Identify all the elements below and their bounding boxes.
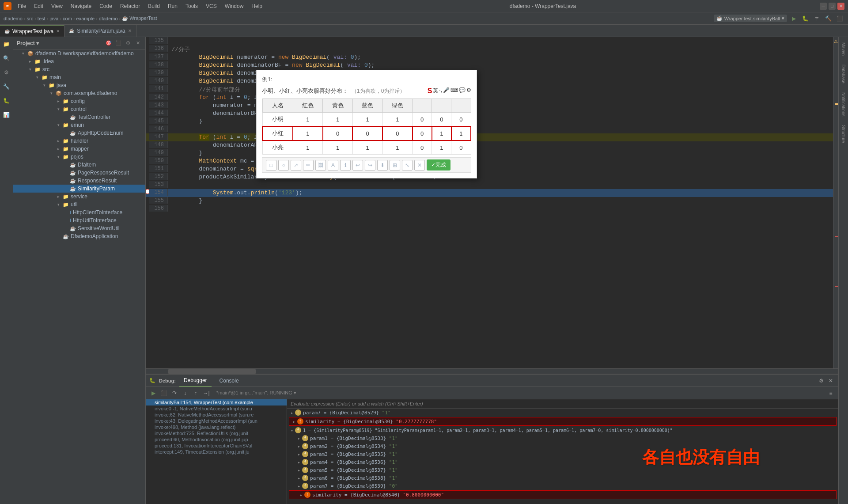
- menu-code[interactable]: Code: [96, 2, 116, 10]
- maximize-button[interactable]: □: [829, 3, 836, 10]
- tool-pen[interactable]: ✏: [303, 160, 314, 171]
- tab-close-button[interactable]: ✕: [56, 29, 60, 34]
- menu-window[interactable]: Window: [221, 2, 247, 10]
- sidebar-settings-button[interactable]: ⚙: [124, 39, 132, 47]
- tree-item-config[interactable]: ▸ 📁 config: [13, 97, 145, 105]
- debug-run-cursor-btn[interactable]: →|: [202, 389, 210, 397]
- coverage-button[interactable]: ☂: [812, 14, 822, 23]
- watch-item-param1[interactable]: ▸ f param1 = {BigDecimal@8533} "1": [287, 434, 838, 442]
- tool-rect[interactable]: □: [266, 160, 276, 171]
- watch-item-param7-top[interactable]: ▸ f param7 = {BigDecimal@8529} "1": [287, 409, 838, 417]
- watch-item-1[interactable]: ▾ f 1 = {SimilarityParam@8519} "Similari…: [287, 426, 838, 434]
- tool-circle[interactable]: ○: [278, 160, 289, 171]
- tool-image[interactable]: 🖼: [315, 160, 326, 171]
- breadcrumb-item[interactable]: dfademo: [99, 16, 118, 21]
- build-button[interactable]: 🔨: [823, 14, 833, 23]
- tree-item-dfaltem[interactable]: ☕ Dfaltem: [13, 161, 145, 169]
- tree-item-similarityparam[interactable]: ☕ SimilarityParam: [13, 185, 145, 193]
- menu-run[interactable]: Run: [164, 2, 181, 10]
- menu-help[interactable]: Help: [248, 2, 266, 10]
- debug-tab-debugger[interactable]: Debugger: [179, 375, 212, 387]
- tree-item-src[interactable]: ▾ 📁 src: [13, 65, 145, 73]
- tree-item-idea[interactable]: ▸ 📁 .idea: [13, 57, 145, 65]
- breadcrumb-item[interactable]: java: [49, 16, 58, 21]
- thread-selector[interactable]: *main*@1 in gr..."main": RUNNING ▾: [216, 390, 296, 396]
- tool-redo[interactable]: ↪: [365, 160, 375, 171]
- tool-cancel[interactable]: ✕: [414, 160, 425, 171]
- stop-button[interactable]: ⬛: [835, 14, 844, 23]
- tool-resize[interactable]: ⤡: [402, 160, 413, 171]
- tool-info[interactable]: ℹ: [340, 160, 351, 171]
- tree-item-service[interactable]: ▸ 📁 service: [13, 193, 145, 201]
- watch-item-similarity-nested[interactable]: ▸ f similarity = {BigDecimal@8540} "0.80…: [289, 490, 837, 499]
- menu-view[interactable]: View: [48, 2, 66, 10]
- menu-navigate[interactable]: Navigate: [67, 2, 95, 10]
- debug-button[interactable]: 🐛: [800, 14, 810, 23]
- tree-item-handler[interactable]: ▸ 📁 handler: [13, 137, 145, 145]
- window-controls[interactable]: ─ □ ✕: [820, 3, 844, 10]
- run-config-dropdown-icon[interactable]: ▾: [782, 15, 784, 21]
- menu-build[interactable]: Build: [144, 2, 163, 10]
- gutter-icon-5[interactable]: 🐛: [1, 95, 12, 106]
- debug-close-btn[interactable]: ✕: [827, 377, 835, 385]
- tab-similarityparam[interactable]: ☕ SimilarityParam.java ✕: [64, 25, 136, 37]
- breadcrumb-item[interactable]: test: [38, 16, 45, 21]
- tree-item-sensitivewordutil[interactable]: ☕ SensitiveWordUtil: [13, 224, 145, 232]
- tree-item-main[interactable]: ▾ 📁 main: [13, 73, 145, 81]
- tool-arrow[interactable]: ↗: [291, 160, 301, 171]
- debug-frame-1[interactable]: invoke0:-1, NativeMethodAccessorImpl (su…: [146, 405, 287, 412]
- breadcrumb-item[interactable]: example: [76, 16, 95, 21]
- tool-table[interactable]: ⊞: [390, 160, 400, 171]
- tree-item-pojos[interactable]: ▾ 📁 pojos: [13, 153, 145, 161]
- tree-item-com-example[interactable]: ▾ 📦 com.example.dfademo: [13, 89, 145, 97]
- close-button[interactable]: ✕: [837, 3, 844, 10]
- watch-eval-prompt[interactable]: Evaluate expression (Enter) or add a wat…: [287, 399, 838, 409]
- gutter-icon-6[interactable]: 📊: [1, 110, 12, 120]
- menu-file[interactable]: File: [14, 2, 30, 10]
- run-configuration[interactable]: ☕ WrapperTest.similarityBall ▾: [714, 15, 787, 22]
- debug-frame-5[interactable]: invokeMethod:725, ReflectionUtils (org.j…: [146, 430, 287, 436]
- code-editor[interactable]: 135 136 //分子 137 BigDecimal numerator =: [146, 37, 838, 368]
- tree-item-testcontroller[interactable]: ☕ TestController: [13, 113, 145, 121]
- tree-item-mapper[interactable]: ▸ 📁 mapper: [13, 145, 145, 153]
- tree-item-dfademo[interactable]: ▾ 📦 dfademo D:\workspace\dfademo\dfademo: [13, 49, 145, 57]
- debug-frame-2[interactable]: invoke:62, NativeMethodAccessorImpl (sun…: [146, 412, 287, 418]
- gutter-icon-1[interactable]: 📁: [1, 39, 12, 49]
- watch-item-param7-nested[interactable]: ▸ f param7 = {BigDecimal@8539} "0": [287, 482, 838, 490]
- tool-download[interactable]: ⬇: [377, 160, 388, 171]
- tree-item-pageresponseresult[interactable]: ☕ PageResponseResult: [13, 169, 145, 177]
- debug-tab-console[interactable]: Console: [215, 375, 243, 387]
- menu-tools[interactable]: Tools: [182, 2, 201, 10]
- debug-frame-6[interactable]: proceed:60, MethodInvocation (org.junit.…: [146, 436, 287, 443]
- tab-close-button-2[interactable]: ✕: [128, 28, 132, 33]
- tree-item-java[interactable]: ▾ 📁 java: [13, 81, 145, 89]
- debug-frame-7[interactable]: proceed:131, InvocationInterceptorChainS…: [146, 443, 287, 449]
- debug-step-into-btn[interactable]: ↓: [181, 389, 189, 397]
- menu-vcs[interactable]: VCS: [202, 2, 220, 10]
- tree-item-apphttpcodenum[interactable]: ☕ AppHttpCodeEnum: [13, 129, 145, 137]
- debug-frame-4[interactable]: invoke:498, Method (java.lang.reflect): [146, 424, 287, 430]
- database-panel-btn[interactable]: Database: [840, 61, 847, 87]
- run-button[interactable]: ▶: [789, 14, 799, 23]
- sidebar-locate-button[interactable]: 🎯: [105, 39, 113, 47]
- code-scroll[interactable]: 135 136 //分子 137 BigDecimal numerator =: [146, 37, 833, 368]
- debug-stop-btn[interactable]: ⬛: [160, 389, 168, 397]
- debug-frame-8[interactable]: intercept:149, TimeoutExtension (org.jun…: [146, 449, 287, 455]
- breadcrumb-item[interactable]: dfademo: [4, 16, 23, 21]
- breadcrumb-item[interactable]: src: [26, 16, 33, 21]
- tool-text[interactable]: A: [328, 160, 338, 171]
- menu-bar[interactable]: File Edit View Navigate Code Refactor Bu…: [14, 2, 266, 10]
- tree-item-util[interactable]: ▾ 📁 util: [13, 201, 145, 208]
- debug-extra-btn[interactable]: ≡: [827, 389, 835, 397]
- breadcrumb-item[interactable]: ☕ WrapperTest: [122, 15, 157, 21]
- gutter-icon-3[interactable]: ⚙: [1, 67, 12, 78]
- scrollbar-thumb[interactable]: [168, 369, 256, 374]
- watch-item-similarity-top[interactable]: ▸ f similarity = {BigDecimal@8530} "0.27…: [289, 417, 837, 426]
- structure-panel-btn[interactable]: Structure: [840, 121, 847, 147]
- tab-wrappertest[interactable]: ☕ WrapperTest.java ✕: [0, 25, 64, 37]
- tree-item-control[interactable]: ▾ 📁 control: [13, 105, 145, 113]
- gutter-icon-2[interactable]: 🔍: [1, 53, 12, 64]
- popup-confirm-btn[interactable]: ✓完成: [427, 159, 450, 171]
- gutter-icon-4[interactable]: 🔧: [1, 81, 12, 92]
- minimize-button[interactable]: ─: [820, 3, 827, 10]
